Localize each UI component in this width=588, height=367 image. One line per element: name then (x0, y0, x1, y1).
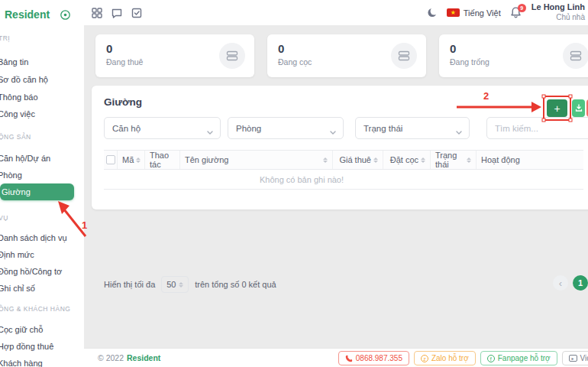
sidebar-item-beds[interactable]: Giường (0, 184, 74, 200)
sidebar-item-meters[interactable]: Đồng hồ/Công tơ (0, 263, 62, 280)
sidebar-item-customers[interactable]: Khách hàng (0, 355, 43, 367)
column-header-actions: Thao tác (145, 151, 180, 169)
table-empty-state: Không có bản ghi nào! (104, 170, 583, 190)
search-input[interactable] (486, 117, 588, 139)
vietnam-flag-icon: ★ (447, 8, 460, 17)
bunk-bed-icon (563, 43, 588, 69)
sidebar-item-reservation-deposit[interactable]: Cọc giữ chỗ (0, 321, 43, 338)
column-header-deposit[interactable]: Đặt cọc (383, 151, 431, 169)
footer: © 2022 Resident 0868.987.355 z Zalo hỗ t… (84, 348, 588, 367)
sidebar-item-rental-contracts[interactable]: Hợp đồng thuê (0, 338, 53, 355)
sidebar-item-news[interactable]: Bảng tin (0, 54, 28, 70)
sort-icon (467, 158, 471, 163)
column-header-activity: Hoạt động (477, 151, 583, 169)
sidebar-item-service-list[interactable]: Danh sách dịch vụ (0, 229, 67, 246)
notifications-bell-icon[interactable]: 9 (509, 6, 523, 20)
column-header-rent-price[interactable]: Giá thuê (333, 151, 383, 169)
phone-icon (345, 355, 353, 362)
phone-support-button[interactable]: 0868.987.355 (338, 351, 409, 365)
apartment-filter-value: Căn hộ (112, 124, 141, 133)
language-selector[interactable]: ★ Tiếng Việt (447, 8, 501, 18)
select-all-cell (104, 151, 118, 169)
language-label: Tiếng Việt (464, 8, 501, 18)
page-size-control: Hiển thị tối đa 50 trên tổng số 0 kết qu… (104, 276, 276, 293)
sidebar-collapse-icon[interactable] (60, 9, 71, 21)
import-button[interactable] (572, 99, 585, 117)
bunk-bed-icon (391, 43, 417, 69)
beds-panel: Giường + Căn hộ Phòng Trạng thái (92, 86, 588, 209)
sort-icon (421, 158, 425, 163)
apartment-filter-select[interactable]: Căn hộ (104, 117, 221, 139)
chevron-down-icon (456, 127, 462, 136)
facebook-icon: f (487, 355, 495, 362)
stepper-icon (179, 282, 183, 287)
section-header-admin: TRỊ (0, 34, 10, 42)
sidebar-item-notifications[interactable]: Thông báo (0, 89, 38, 106)
section-header-real-estate: ỘNG SẢN (0, 133, 31, 141)
chevron-down-icon (330, 127, 336, 136)
copyright: © 2022 Resident (98, 353, 160, 362)
bunk-bed-icon (219, 43, 245, 69)
sidebar-item-apartments-projects[interactable]: Căn hộ/Dự án (0, 150, 50, 167)
section-header-services: VỤ (0, 214, 8, 222)
results-total-text: trên tổng số 0 kết quả (195, 280, 276, 289)
column-header-status[interactable]: Trạng thái (431, 151, 477, 169)
apps-grid-icon[interactable] (91, 7, 102, 18)
chevron-down-icon (207, 127, 213, 136)
video-guide-button[interactable]: ▸ Video (562, 351, 588, 365)
user-name: Le Hong Linh (531, 2, 585, 13)
table-header-row: Mã Thao tác Tên giường Giá thuê Đặt cọc … (104, 150, 583, 170)
copyright-year: © 2022 (98, 353, 124, 362)
sidebar-item-rooms[interactable]: Phòng (0, 167, 22, 184)
section-header-contracts-customers: ỒNG & KHÁCH HÀNG (0, 305, 70, 313)
stat-card-vacant: 0 Đang trống (439, 34, 588, 77)
select-all-checkbox[interactable] (106, 155, 115, 164)
play-icon: ▸ (569, 355, 577, 362)
user-menu[interactable]: Le Hong Linh Chủ nhà (531, 2, 585, 22)
tasks-icon[interactable] (131, 7, 142, 18)
page-size-prefix: Hiển thị tối đa (104, 280, 155, 289)
notification-badge: 9 (518, 4, 526, 12)
sidebar-item-apartment-map[interactable]: Sơ đồ căn hộ (0, 71, 48, 88)
column-header-bed-name[interactable]: Tên giường (180, 151, 333, 169)
add-bed-button[interactable]: + (547, 99, 567, 117)
room-filter-select[interactable]: Phòng (228, 117, 344, 139)
room-filter-value: Phòng (236, 124, 261, 133)
page-size-select[interactable]: 50 (161, 276, 189, 293)
top-bar: ★ Tiếng Việt 9 Le Hong Linh Chủ nhà (84, 0, 588, 25)
sort-icon (323, 158, 328, 163)
dark-mode-moon-icon[interactable] (427, 7, 438, 18)
sort-icon (136, 158, 141, 163)
pagination: ‹ 1 (553, 275, 588, 291)
user-role: Chủ nhà (556, 13, 585, 23)
brand-logo: Resident (5, 8, 50, 21)
page-title: Giường (104, 96, 142, 108)
fanpage-support-button[interactable]: f Fanpage hỗ trợ (480, 351, 557, 365)
download-icon (575, 102, 583, 114)
status-filter-select[interactable]: Trạng thái (355, 117, 470, 139)
sidebar-item-tasks[interactable]: Công việc (0, 106, 35, 122)
previous-page-button[interactable]: ‹ (553, 275, 568, 291)
stat-card-renting: 0 Đang thuê (95, 34, 254, 77)
footer-support-buttons: 0868.987.355 z Zalo hỗ trợ f Fanpage hỗ … (338, 351, 588, 365)
current-page-button[interactable]: 1 (573, 275, 588, 291)
column-header-code[interactable]: Mã (118, 151, 145, 169)
sidebar-item-meter-readings[interactable]: Ghi chỉ số (0, 280, 35, 297)
zalo-icon: z (421, 355, 428, 362)
stat-card-deposit: 0 Đang cọc (267, 34, 426, 77)
footer-brand-link[interactable]: Resident (127, 353, 160, 362)
chat-icon[interactable] (111, 7, 122, 18)
beds-table: Mã Thao tác Tên giường Giá thuê Đặt cọc … (104, 150, 583, 190)
sidebar-item-quotas[interactable]: Định mức (0, 246, 34, 263)
sidebar: Resident TRỊ Bảng tin Sơ đồ căn hộ Thông… (0, 0, 84, 367)
status-filter-value: Trạng thái (363, 124, 402, 133)
sort-icon (373, 158, 378, 163)
zalo-support-button[interactable]: z Zalo hỗ trợ (414, 351, 476, 365)
